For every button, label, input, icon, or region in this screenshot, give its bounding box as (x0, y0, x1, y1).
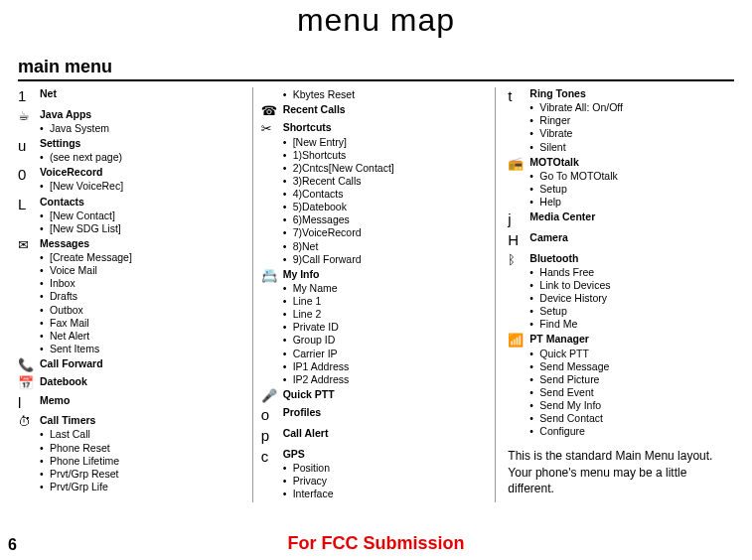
menu-group-body: Ring TonesVibrate All: On/OffRingerVibra… (529, 87, 734, 154)
menu-item-list: Vibrate All: On/OffRingerVibrateSilent (529, 101, 734, 154)
menu-group: uSettings(see next page) (18, 137, 244, 164)
menu-group: ☕Java AppsJava System (18, 108, 244, 135)
menu-item: Quick PTT (539, 348, 734, 360)
menu-group: 📅Datebook (18, 375, 244, 391)
menu-group: ☎Recent Calls (261, 103, 488, 119)
menu-item: Net Alert (50, 330, 244, 343)
menu-item: Send Message (539, 360, 734, 373)
menu-glyph: ✉ (18, 237, 40, 355)
menu-item: Group ID (293, 334, 488, 347)
menu-item: Phone Reset (50, 442, 244, 455)
menu-item: Hands Free (539, 266, 734, 279)
menu-glyph: 🎤 (261, 388, 283, 404)
menu-item: 7)VoiceRecord (293, 226, 488, 239)
menu-group-body: Profiles (283, 406, 488, 425)
menu-item: Last Call (50, 428, 244, 441)
menu-group: 0VoiceRecord[New VoiceRec] (18, 166, 244, 193)
menu-item: Prvt/Grp Reset (50, 468, 244, 481)
menu-glyph: ᛒ (508, 252, 529, 332)
menu-heading: Ring Tones (529, 87, 734, 100)
menu-item: Drafts (50, 290, 244, 303)
menu-item: IP2 Address (293, 373, 488, 386)
menu-heading: Memo (40, 394, 244, 407)
menu-group: LContacts[New Contact][New SDG List] (18, 196, 244, 235)
menu-group-body: Net (40, 87, 244, 106)
page-title: menu map (0, 2, 752, 39)
menu-item: Send My Info (539, 399, 734, 412)
menu-item: Vibrate (539, 127, 734, 140)
menu-group-body: Shortcuts[New Entry]1)Shortcuts2)Cntcs[N… (283, 121, 488, 265)
menu-group-body: Recent Calls (283, 103, 488, 119)
menu-group-body: Call TimersLast CallPhone ResetPhone Lif… (40, 414, 244, 493)
menu-item: Vibrate All: On/Off (539, 101, 734, 114)
menu-item-list: PositionPrivacyInterface (283, 462, 488, 500)
menu-group-body: PT ManagerQuick PTTSend MessageSend Pict… (529, 333, 734, 438)
menu-group-body: Kbytes Reset (283, 87, 488, 101)
menu-item-list: Go To MOTOtalkSetupHelp (529, 170, 734, 209)
menu-item: Link to Devices (539, 279, 734, 292)
menu-group: 📞Call Forward (18, 357, 244, 373)
menu-glyph: 📅 (18, 375, 40, 391)
menu-item: Phone Lifetime (50, 455, 244, 468)
menu-item: Voice Mail (50, 264, 244, 277)
menu-group: pCall Alert (261, 427, 488, 446)
menu-item: 1)Shortcuts (293, 149, 488, 162)
menu-glyph: t (508, 87, 529, 154)
menu-heading: VoiceRecord (40, 166, 244, 179)
menu-item-list: Kbytes Reset (283, 88, 488, 101)
menu-group-body: Call Alert (283, 427, 488, 446)
menu-heading: Call Alert (283, 427, 488, 440)
menu-glyph: j (508, 210, 529, 229)
menu-item-list: [Create Message]Voice MailInboxDraftsOut… (40, 251, 244, 355)
menu-item: Outbox (50, 304, 244, 317)
menu-glyph: ☎ (261, 103, 283, 119)
menu-item: Silent (539, 141, 734, 154)
fcc-notice: For FCC Submission (0, 533, 752, 554)
menu-columns: 1Net☕Java AppsJava SystemuSettings(see n… (0, 87, 752, 502)
section-title: main menu (18, 57, 752, 77)
menu-item: 2)Cntcs[New Contact] (293, 162, 488, 175)
menu-heading: Contacts (40, 196, 244, 209)
menu-group: oProfiles (261, 406, 488, 425)
menu-group-body: Messages[Create Message]Voice MailInboxD… (40, 237, 244, 355)
menu-item: Help (539, 196, 734, 209)
column-3: tRing TonesVibrate All: On/OffRingerVibr… (504, 87, 734, 502)
menu-heading: GPS (283, 448, 488, 461)
menu-item: Go To MOTOtalk (539, 170, 734, 183)
menu-group: 1Net (18, 87, 244, 106)
menu-item-list: [New Entry]1)Shortcuts2)Cntcs[New Contac… (283, 136, 488, 266)
menu-item-list: Quick PTTSend MessageSend PictureSend Ev… (529, 348, 734, 439)
menu-heading: Media Center (529, 210, 734, 223)
menu-item: 3)Recent Calls (293, 175, 488, 188)
column-2: Kbytes Reset☎Recent Calls✂Shortcuts[New … (261, 87, 497, 502)
menu-group: Kbytes Reset (261, 87, 488, 101)
menu-item: Inbox (50, 277, 244, 290)
menu-group-body: BluetoothHands FreeLink to DevicesDevice… (529, 252, 734, 332)
menu-glyph: 1 (18, 87, 40, 106)
menu-heading: MOTOtalk (529, 156, 734, 169)
menu-item: Send Picture (539, 373, 734, 386)
menu-item: Device History (539, 292, 734, 305)
layout-note: This is the standard Main Menu layout. Y… (508, 448, 734, 496)
menu-glyph: 📻 (508, 156, 529, 210)
menu-item-list: Java System (40, 122, 244, 135)
menu-glyph: 📞 (18, 357, 40, 373)
menu-group: tRing TonesVibrate All: On/OffRingerVibr… (508, 87, 734, 154)
menu-item: [New SDG List] (50, 222, 244, 235)
menu-item-list: [New Contact][New SDG List] (40, 210, 244, 235)
menu-item: Setup (539, 305, 734, 318)
menu-glyph: ⏱ (18, 414, 40, 493)
menu-item: [Create Message] (50, 251, 244, 264)
menu-item: My Name (293, 282, 488, 295)
menu-glyph: c (261, 448, 283, 501)
menu-group: ✂Shortcuts[New Entry]1)Shortcuts2)Cntcs[… (261, 121, 488, 265)
menu-glyph: H (508, 231, 529, 250)
menu-group-body: Camera (529, 231, 734, 250)
menu-glyph: ✂ (261, 121, 283, 265)
page-number: 6 (8, 536, 17, 554)
menu-group-body: Java AppsJava System (40, 108, 244, 135)
column-1: 1Net☕Java AppsJava SystemuSettings(see n… (18, 87, 253, 502)
menu-item: (see next page) (50, 151, 244, 164)
menu-item: Java System (50, 122, 244, 135)
menu-group-body: Settings(see next page) (40, 137, 244, 164)
